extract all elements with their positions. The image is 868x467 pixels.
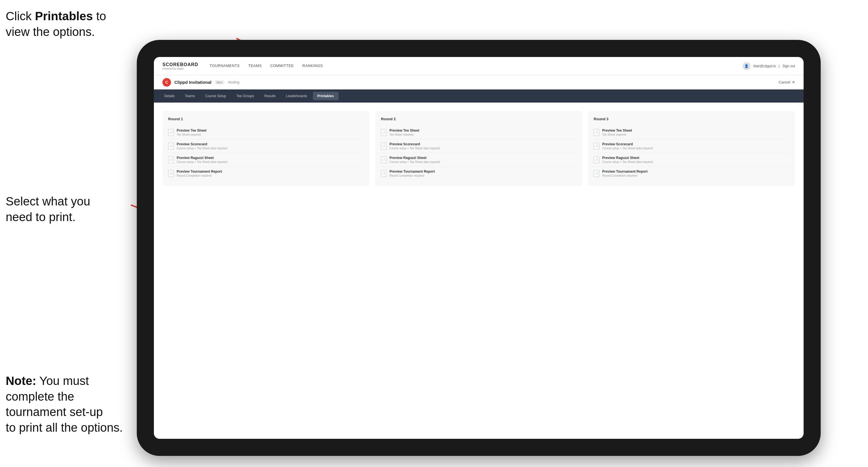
sub-nav: Details Teams Course Setup Tee Groups Re…	[154, 90, 804, 102]
round-2-title: Round 2	[381, 117, 577, 121]
cancel-button[interactable]: Cancel ✕	[779, 80, 795, 84]
round-3-title: Round 3	[594, 117, 789, 121]
tournament-tag: Men	[214, 80, 225, 85]
item-sub: Course setup + Tee Sheet data required	[390, 147, 440, 150]
item-sub: Round Completion required	[177, 174, 222, 177]
item-sub: Tee Sheet required	[177, 133, 207, 136]
item-title: Preview Tee Sheet	[177, 128, 207, 132]
main-content: Round 1 📄 Preview Tee Sheet Tee Sheet re…	[154, 102, 804, 439]
nav-rankings[interactable]: RANKINGS	[302, 64, 323, 68]
round1-tournament-report[interactable]: 📄 Preview Tournament Report Round Comple…	[168, 167, 364, 180]
scorecard-icon: 📄	[168, 143, 174, 150]
item-sub: Course setup + Tee Sheet data required	[602, 147, 653, 150]
item-title: Preview Raguzzi Sheet	[602, 156, 653, 160]
nav-separator: |	[779, 64, 780, 68]
raguzzi-icon: 📄	[381, 156, 387, 163]
item-title: Preview Tournament Report	[602, 169, 647, 174]
round3-raguzzi[interactable]: 📄 Preview Raguzzi Sheet Course setup + T…	[594, 153, 789, 167]
item-sub: Course setup + Tee Sheet data required	[602, 160, 653, 163]
round3-tournament-report[interactable]: 📄 Preview Tournament Report Round Comple…	[594, 167, 789, 180]
instruction-bottom: Note: You mustcomplete thetournament set…	[6, 373, 123, 435]
note-bold: Note:	[6, 374, 36, 387]
tournament-header: C Clippd Invitational Men Hosting Cancel…	[154, 75, 804, 90]
item-sub: Round Completion required	[390, 174, 435, 177]
round-1-section: Round 1 📄 Preview Tee Sheet Tee Sheet re…	[162, 111, 370, 186]
tab-printables[interactable]: Printables	[313, 92, 339, 100]
item-sub: Course setup + Tee Sheet data required	[177, 147, 227, 150]
item-title: Preview Raguzzi Sheet	[177, 156, 227, 160]
item-title: Preview Scorecard	[177, 142, 227, 146]
round-2-section: Round 2 📄 Preview Tee Sheet Tee Sheet re…	[375, 111, 583, 186]
round2-scorecard[interactable]: 📄 Preview Scorecard Course setup + Tee S…	[381, 139, 577, 153]
item-sub: Course setup + Tee Sheet data required	[390, 160, 440, 163]
nav-tournaments[interactable]: TOURNAMENTS	[210, 64, 240, 68]
item-title: Preview Tournament Report	[177, 169, 222, 174]
instruction-top: Click Printables toview the options.	[6, 8, 106, 40]
tee-sheet-icon: 📄	[381, 129, 387, 136]
round3-scorecard[interactable]: 📄 Preview Scorecard Course setup + Tee S…	[594, 139, 789, 153]
item-sub: Tee Sheet required	[602, 133, 632, 136]
tee-sheet-icon: 📄	[594, 129, 599, 136]
round2-tee-sheet[interactable]: 📄 Preview Tee Sheet Tee Sheet required	[381, 126, 577, 139]
nav-committee[interactable]: COMMITTEE	[271, 64, 294, 68]
item-title: Preview Raguzzi Sheet	[390, 156, 440, 160]
item-title: Preview Tee Sheet	[390, 128, 420, 132]
instruction-middle: Select what youneed to print.	[6, 194, 90, 225]
sign-out-link[interactable]: Sign out	[782, 64, 795, 68]
raguzzi-icon: 📄	[594, 156, 599, 163]
tab-course-setup[interactable]: Course Setup	[200, 92, 230, 100]
tab-details[interactable]: Details	[160, 92, 179, 100]
report-icon: 📄	[168, 170, 174, 177]
item-sub: Tee Sheet required	[390, 133, 420, 136]
scorecard-icon: 📄	[594, 143, 599, 150]
tee-sheet-icon: 📄	[168, 129, 174, 136]
round3-tee-sheet[interactable]: 📄 Preview Tee Sheet Tee Sheet required	[594, 126, 789, 139]
top-nav: SCOREBOARD Powered by clippd TOURNAMENTS…	[154, 57, 804, 75]
item-title: Preview Scorecard	[602, 142, 653, 146]
tournament-logo: C	[162, 78, 171, 87]
round1-raguzzi[interactable]: 📄 Preview Raguzzi Sheet Course setup + T…	[168, 153, 364, 167]
report-icon: 📄	[381, 170, 387, 177]
item-title: Preview Scorecard	[390, 142, 440, 146]
item-sub: Round Completion required	[602, 174, 647, 177]
raguzzi-icon: 📄	[168, 156, 174, 163]
rounds-grid: Round 1 📄 Preview Tee Sheet Tee Sheet re…	[162, 111, 795, 186]
scoreboard-logo: SCOREBOARD Powered by clippd	[162, 62, 198, 70]
logo-sub: Powered by clippd	[162, 67, 198, 70]
item-title: Preview Tee Sheet	[602, 128, 632, 132]
scorecard-icon: 📄	[381, 143, 387, 150]
round-1-title: Round 1	[168, 117, 364, 121]
tablet-shell: SCOREBOARD Powered by clippd TOURNAMENTS…	[137, 40, 821, 456]
top-nav-right: 👤 blair@clippd.io | Sign out	[743, 62, 795, 70]
tab-leaderboards[interactable]: Leaderboards	[281, 92, 311, 100]
top-nav-links: TOURNAMENTS TEAMS COMMITTEE RANKINGS	[210, 64, 743, 68]
round-3-section: Round 3 📄 Preview Tee Sheet Tee Sheet re…	[588, 111, 795, 186]
round2-tournament-report[interactable]: 📄 Preview Tournament Report Round Comple…	[381, 167, 577, 180]
tablet-screen: SCOREBOARD Powered by clippd TOURNAMENTS…	[154, 57, 804, 439]
round2-raguzzi[interactable]: 📄 Preview Raguzzi Sheet Course setup + T…	[381, 153, 577, 167]
tab-teams[interactable]: Teams	[180, 92, 199, 100]
item-title: Preview Tournament Report	[390, 169, 435, 174]
tournament-status: Hosting	[228, 80, 239, 84]
logo-title: SCOREBOARD	[162, 62, 198, 67]
printables-bold: Printables	[35, 9, 93, 23]
tournament-name: Clippd Invitational	[175, 80, 212, 85]
nav-teams[interactable]: TEAMS	[248, 64, 261, 68]
item-sub: Course setup + Tee Sheet data required	[177, 160, 227, 163]
user-email: blair@clippd.io	[753, 64, 776, 68]
cancel-x-icon: ✕	[792, 80, 795, 84]
round1-tee-sheet[interactable]: 📄 Preview Tee Sheet Tee Sheet required	[168, 126, 364, 139]
report-icon: 📄	[594, 170, 599, 177]
round1-scorecard[interactable]: 📄 Preview Scorecard Course setup + Tee S…	[168, 139, 364, 153]
user-avatar: 👤	[743, 62, 751, 70]
tab-tee-groups[interactable]: Tee Groups	[232, 92, 258, 100]
tab-results[interactable]: Results	[259, 92, 280, 100]
